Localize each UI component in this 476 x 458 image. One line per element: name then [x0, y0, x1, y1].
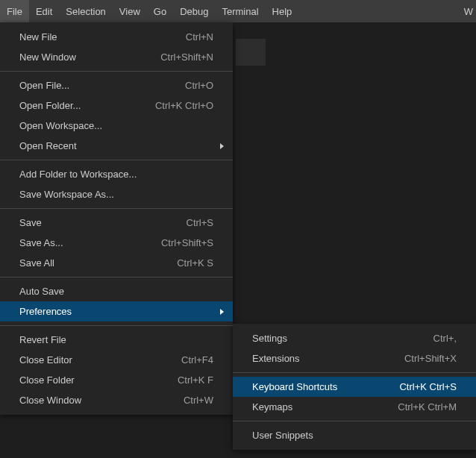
menubar-item-selection[interactable]: Selection [59, 0, 112, 22]
menu-item-label: Settings [252, 333, 419, 344]
menu-item-shortcut: Ctrl+N [186, 31, 213, 43]
menu-item-label: User Snippets [252, 430, 457, 441]
menu-item-shortcut: Ctrl+F4 [181, 354, 213, 366]
file-menu-separator [0, 277, 233, 277]
file-menu-item-save-workspace-as[interactable]: Save Workspace As... [0, 184, 233, 204]
menu-item-label: Keymaps [252, 401, 383, 412]
menubar: File Edit Selection View Go Debug Termin… [0, 0, 476, 22]
file-menu-item-save-all[interactable]: Save AllCtrl+K S [0, 253, 233, 273]
menu-item-shortcut: Ctrl+W [184, 395, 213, 406]
file-menu-item-save[interactable]: SaveCtrl+S [0, 213, 233, 233]
preferences-menu-item-keymaps[interactable]: KeymapsCtrl+K Ctrl+M [233, 397, 476, 417]
file-menu-item-add-folder-to-workspace[interactable]: Add Folder to Workspace... [0, 164, 233, 184]
menu-item-label: Save All [19, 257, 162, 269]
menu-item-label: Open Folder... [19, 100, 140, 111]
file-menu-item-close-editor[interactable]: Close EditorCtrl+F4 [0, 350, 233, 370]
menu-item-label: Add Folder to Workspace... [19, 169, 213, 180]
file-menu-item-open-folder[interactable]: Open Folder...Ctrl+K Ctrl+O [0, 95, 233, 116]
file-menu-item-new-window[interactable]: New WindowCtrl+Shift+N [0, 47, 233, 67]
editor-tab-fragment [236, 39, 266, 66]
menu-item-label: New File [19, 31, 171, 43]
menu-item-label: Open File... [19, 80, 170, 91]
menu-item-label: Keyboard Shortcuts [252, 381, 384, 392]
menu-item-label: Open Recent [19, 140, 213, 151]
menu-item-shortcut: Ctrl+K S [177, 257, 213, 269]
file-menu-separator [0, 325, 233, 326]
menubar-item-debug[interactable]: Debug [173, 0, 215, 22]
file-menu-separator [0, 71, 233, 72]
menu-item-label: Close Editor [19, 354, 166, 366]
menu-item-shortcut: Ctrl+K F [178, 374, 213, 386]
preferences-menu-item-settings[interactable]: SettingsCtrl+, [233, 328, 476, 348]
menu-item-shortcut: Ctrl+K Ctrl+M [398, 401, 457, 412]
title-fragment: W [464, 0, 476, 22]
menubar-item-help[interactable]: Help [266, 0, 299, 22]
menu-item-label: Extensions [252, 353, 389, 364]
menu-item-label: New Window [19, 51, 145, 63]
menubar-item-terminal[interactable]: Terminal [215, 0, 265, 22]
chevron-right-icon [220, 309, 224, 315]
file-menu-item-preferences[interactable]: Preferences [0, 301, 233, 321]
file-menu-item-new-file[interactable]: New FileCtrl+N [0, 27, 233, 47]
menu-item-shortcut: Ctrl+O [185, 80, 213, 91]
file-menu-item-auto-save[interactable]: Auto Save [0, 281, 233, 301]
menubar-item-file[interactable]: File [0, 0, 29, 22]
menu-item-shortcut: Ctrl+Shift+S [161, 237, 213, 248]
file-menu-item-close-folder[interactable]: Close FolderCtrl+K F [0, 370, 233, 390]
menu-item-label: Save Workspace As... [19, 189, 213, 200]
file-menu-item-open-file[interactable]: Open File...Ctrl+O [0, 75, 233, 95]
file-menu-item-open-workspace[interactable]: Open Workspace... [0, 116, 233, 136]
menu-item-label: Revert File [19, 334, 213, 345]
menu-item-shortcut: Ctrl+S [187, 217, 213, 228]
menu-item-label: Close Window [19, 395, 169, 406]
menubar-item-edit[interactable]: Edit [29, 0, 59, 22]
preferences-menu-separator [233, 421, 476, 421]
preferences-menu-item-extensions[interactable]: ExtensionsCtrl+Shift+X [233, 348, 476, 368]
preferences-menu-separator [233, 372, 476, 373]
menu-item-shortcut: Ctrl+K Ctrl+O [155, 100, 213, 111]
menu-item-shortcut: Ctrl+, [433, 333, 457, 344]
preferences-submenu: SettingsCtrl+,ExtensionsCtrl+Shift+XKeyb… [233, 324, 476, 450]
menu-item-label: Close Folder [19, 374, 163, 386]
menu-item-shortcut: Ctrl+Shift+X [404, 353, 457, 364]
menu-item-label: Save As... [19, 237, 146, 248]
menu-item-label: Preferences [19, 306, 213, 317]
menu-item-label: Auto Save [19, 286, 213, 297]
file-menu-separator [0, 208, 233, 209]
file-menu-item-save-as[interactable]: Save As...Ctrl+Shift+S [0, 233, 233, 253]
file-menu-item-open-recent[interactable]: Open Recent [0, 136, 233, 156]
preferences-menu-item-keyboard-shortcuts[interactable]: Keyboard ShortcutsCtrl+K Ctrl+S [233, 377, 476, 397]
chevron-right-icon [220, 143, 224, 149]
file-menu-item-revert-file[interactable]: Revert File [0, 330, 233, 350]
menubar-item-go[interactable]: Go [147, 0, 173, 22]
menu-item-label: Save [19, 217, 172, 228]
menu-item-shortcut: Ctrl+K Ctrl+S [399, 381, 457, 392]
menubar-item-view[interactable]: View [113, 0, 147, 22]
menu-item-label: Open Workspace... [19, 120, 213, 131]
file-menu-separator [0, 160, 233, 160]
file-menu-item-close-window[interactable]: Close WindowCtrl+W [0, 390, 233, 410]
file-menu-dropdown: New FileCtrl+NNew WindowCtrl+Shift+NOpen… [0, 22, 233, 415]
menu-item-shortcut: Ctrl+Shift+N [160, 51, 213, 63]
preferences-menu-item-user-snippets[interactable]: User Snippets [233, 425, 476, 445]
